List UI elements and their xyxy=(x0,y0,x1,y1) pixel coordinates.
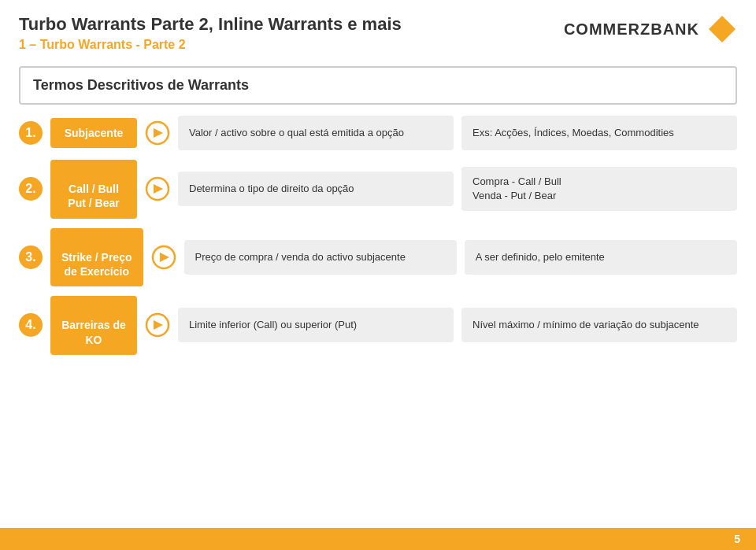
row-number-4: 4. xyxy=(19,313,43,337)
row-1: 1. Subjacente Valor / activo sobre o qua… xyxy=(19,116,737,150)
example-box-2: Compra - Call / Bull Venda - Put / Bear xyxy=(461,167,737,211)
page-number: 5 xyxy=(734,533,740,545)
example-box-4: Nível máximo / mínimo de variação do sub… xyxy=(461,308,737,342)
example-box-1: Exs: Acções, Índices, Moedas, Commoditie… xyxy=(461,116,737,150)
example-box-3: A ser definido, pelo emitente xyxy=(465,240,737,275)
svg-marker-8 xyxy=(154,320,163,330)
section-title-box: Termos Descritivos de Warrants xyxy=(19,66,737,105)
header-titles: Turbo Warrants Parte 2, Inline Warrants … xyxy=(19,14,402,52)
sub-title: 1 – Turbo Warrants - Parte 2 xyxy=(19,38,402,52)
term-box-2: Call / Bull Put / Bear xyxy=(50,160,137,219)
term-box-3: Strike / Preço de Exercício xyxy=(50,228,143,287)
row-number-2: 2. xyxy=(19,177,43,201)
footer: 5 xyxy=(0,528,756,550)
logo-text: COMMERZBANK xyxy=(564,20,699,39)
section-title: Termos Descritivos de Warrants xyxy=(33,77,249,93)
desc-box-4: Limite inferior (Call) ou superior (Put) xyxy=(178,308,454,342)
arrow-icon-2 xyxy=(145,176,170,201)
main-title: Turbo Warrants Parte 2, Inline Warrants … xyxy=(19,14,402,35)
svg-marker-2 xyxy=(154,128,163,138)
svg-marker-0 xyxy=(709,16,736,42)
desc-box-3: Preço de compra / venda do activo subjac… xyxy=(184,240,457,275)
header: Turbo Warrants Parte 2, Inline Warrants … xyxy=(0,0,756,60)
term-box-4: Barreiras de KO xyxy=(50,296,137,355)
row-2: 2. Call / Bull Put / Bear Determina o ti… xyxy=(19,160,737,219)
arrow-icon-4 xyxy=(145,312,170,338)
arrow-icon-3 xyxy=(151,245,176,270)
row-number-1: 1. xyxy=(19,121,43,145)
row-4: 4. Barreiras de KO Limite inferior (Call… xyxy=(19,296,737,355)
content-area: 1. Subjacente Valor / activo sobre o qua… xyxy=(0,116,756,355)
logo-diamond-icon xyxy=(707,14,737,44)
logo-area: COMMERZBANK xyxy=(564,14,737,44)
arrow-icon-1 xyxy=(145,120,170,146)
svg-marker-4 xyxy=(154,184,163,194)
row-3: 3. Strike / Preço de Exercício Preço de … xyxy=(19,228,737,287)
desc-box-2: Determina o tipo de direito da opção xyxy=(178,172,454,206)
svg-marker-6 xyxy=(160,253,169,262)
desc-box-1: Valor / activo sobre o qual está emitida… xyxy=(178,116,454,150)
term-box-1: Subjacente xyxy=(50,118,137,148)
row-number-3: 3. xyxy=(19,245,43,269)
